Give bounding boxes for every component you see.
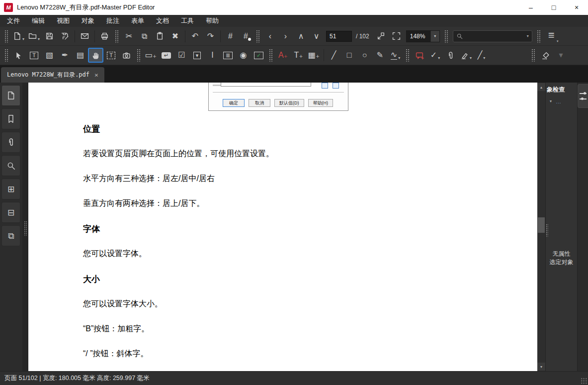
sidebar-splitter[interactable] — [22, 83, 28, 371]
measure-tool[interactable]: ╱▾ — [474, 48, 489, 62]
tab-label: Lenovo M7228W_有目录.pdf — [7, 71, 89, 79]
snapshot-tool[interactable] — [119, 48, 134, 62]
save-as-button[interactable] — [58, 29, 72, 43]
inspector-dropdown-caret[interactable]: ▾ — [550, 99, 552, 103]
sidebar-signatures[interactable]: ⊟ — [1, 202, 20, 223]
rectangle-tool[interactable]: □ — [342, 48, 356, 62]
print-button[interactable] — [97, 29, 112, 43]
edit-text-tool[interactable]: T — [27, 48, 41, 62]
resize-grip[interactable] — [581, 378, 587, 384]
fit-visible-button[interactable] — [389, 29, 404, 43]
page-number-input[interactable] — [326, 31, 352, 42]
listbox-field-tool[interactable]: ≣ — [221, 48, 235, 62]
redo-button[interactable]: ↷ — [203, 29, 218, 43]
doc-heading: 位置 — [83, 123, 522, 135]
line-tool[interactable]: ╱ — [327, 48, 341, 62]
zoom-select[interactable]: 148% ▾ — [406, 30, 440, 42]
copy-button[interactable]: ⧉ — [137, 29, 152, 43]
zoom-caret-icon[interactable]: ▾ — [430, 31, 439, 42]
select-text-tool[interactable]: T — [104, 48, 118, 62]
edit-path-tool[interactable]: ✒ — [58, 48, 72, 62]
vertical-scrollbar[interactable]: ▴ ▾ — [537, 83, 545, 371]
sidebar-thumbnails[interactable] — [1, 85, 20, 106]
measure-tool-caret-icon: ▾ — [483, 56, 485, 62]
eraser-tool[interactable] — [538, 48, 553, 62]
document-tab[interactable]: Lenovo M7228W_有目录.pdf × — [1, 67, 104, 83]
menu-item-7[interactable]: 文档 — [150, 15, 175, 27]
edit-form-tool[interactable]: ▤ — [73, 48, 87, 62]
cut-button[interactable]: ✂ — [122, 29, 136, 43]
scroll-down-button[interactable]: ▾ — [537, 363, 545, 371]
sign-document-tool[interactable]: ∿▾ — [388, 48, 403, 62]
title-bar: M Lenovo M7228W_有目录.pdf-Master PDF Edito… — [0, 0, 588, 15]
tab-close-icon[interactable]: × — [94, 71, 98, 79]
hand-tool[interactable] — [88, 48, 103, 62]
back-button[interactable]: ‹ — [263, 29, 277, 43]
toolbar-grip — [444, 30, 448, 43]
sidebar-bookmarks[interactable] — [1, 108, 20, 129]
search-input[interactable]: ▾ — [453, 30, 532, 42]
main-area: ⊞⊟⧉ 确定取消默认值(D)帮助(H) 位置若要设置页眉页脚在页面上的位置，可使… — [0, 83, 588, 371]
maximize-button[interactable]: □ — [542, 0, 565, 15]
toolbar-menu-button[interactable]: ≡▾ — [543, 30, 560, 43]
scroll-up-button[interactable]: ▴ — [537, 83, 545, 91]
signature-field-tool[interactable]: ✓ — [252, 48, 266, 62]
sidebar-attachments[interactable] — [1, 132, 20, 153]
text-box-tool[interactable]: T₊ — [291, 48, 306, 62]
email-button[interactable] — [78, 29, 92, 43]
text-field-tool[interactable]: I — [205, 48, 220, 62]
menu-item-4[interactable]: 对象 — [76, 15, 100, 27]
undo-button[interactable]: ↶ — [188, 29, 202, 43]
button-field-tool[interactable]: ↵ — [159, 48, 173, 62]
scrollbar-thumb[interactable] — [538, 217, 545, 233]
pencil-tool[interactable]: ✎ — [373, 48, 387, 62]
previous-page-button[interactable]: ∧ — [294, 29, 308, 43]
save-button[interactable] — [42, 29, 57, 43]
tools-toolbar: T▧✒▤T▭₊↵☑▾I≣◉✓A₊T₊▦₊╱□○✎∿▾✓▾▾╱▾▾ — [0, 46, 588, 65]
menu-item-3[interactable]: 视图 — [51, 15, 76, 27]
menu-item-5[interactable]: 批注 — [100, 15, 125, 27]
fit-page-button[interactable] — [374, 29, 388, 43]
search-icon — [456, 33, 463, 39]
grid-button[interactable]: # — [223, 29, 238, 43]
delete-button[interactable]: ✖ — [168, 29, 182, 43]
open-document-button[interactable]: ▾ — [27, 29, 41, 43]
toolbar-separator — [324, 49, 324, 61]
search-caret-icon[interactable]: ▾ — [527, 34, 529, 38]
sidebar-search[interactable] — [1, 155, 20, 176]
sign-document-tool-caret-icon: ▾ — [398, 56, 400, 62]
add-text-tool[interactable]: A₊ — [276, 48, 290, 62]
close-button[interactable]: × — [565, 0, 588, 15]
snap-grid-button[interactable]: # — [239, 29, 253, 43]
dialog-button: 帮助(H) — [308, 99, 334, 107]
menu-item-6[interactable]: 表单 — [125, 15, 150, 27]
next-page-button[interactable]: ∨ — [309, 29, 324, 43]
edit-image-tool[interactable]: ▧ — [42, 48, 57, 62]
image-tool[interactable]: ▦₊ — [307, 48, 321, 62]
toolbar-separator — [94, 30, 95, 42]
link-tool[interactable]: ▭₊ — [144, 48, 158, 62]
panel-splitter[interactable] — [546, 224, 548, 237]
menu-item-9[interactable]: 帮助 — [200, 15, 225, 27]
forward-button[interactable]: › — [278, 29, 293, 43]
sticky-note-tool[interactable] — [413, 48, 427, 62]
new-document-button[interactable]: ▾ — [11, 29, 26, 43]
radio-field-tool[interactable]: ◉ — [236, 48, 251, 62]
menu-item-2[interactable]: 编辑 — [26, 15, 51, 27]
select-tool[interactable] — [11, 48, 26, 62]
ellipse-tool[interactable]: ○ — [357, 48, 372, 62]
properties-panel-toggle[interactable] — [578, 84, 588, 108]
combobox-field-tool[interactable]: ▾ — [190, 48, 204, 62]
sidebar-layers[interactable]: ⧉ — [1, 225, 20, 246]
check-annotation-tool[interactable]: ✓▾ — [428, 48, 442, 62]
minimize-button[interactable]: – — [519, 0, 542, 15]
toolbar-overflow-button[interactable]: ▾ — [554, 48, 568, 62]
doc-paragraph: 若要设置页眉页脚在页面上的位置，可使用位置设置。 — [83, 149, 522, 159]
paste-button[interactable] — [153, 29, 167, 43]
highlight-tool[interactable]: ▾ — [459, 48, 473, 62]
sidebar-form-fields[interactable]: ⊞ — [1, 179, 20, 199]
attach-file-tool[interactable] — [443, 48, 458, 62]
menu-item-1[interactable]: 文件 — [1, 15, 26, 27]
checkbox-field-tool[interactable]: ☑ — [174, 48, 189, 62]
menu-item-8[interactable]: 工具 — [175, 15, 200, 27]
